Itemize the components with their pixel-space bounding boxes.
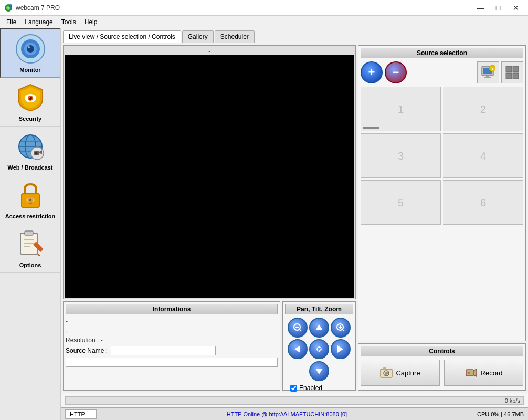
source-name-input[interactable]: [111, 346, 216, 355]
ptz-zoom-in-button[interactable]: [331, 318, 351, 338]
ptz-down-button[interactable]: [309, 361, 329, 381]
info-bottom-input[interactable]: [66, 358, 278, 367]
source-toolbar: + − ★: [361, 61, 523, 83]
ptz-up-button[interactable]: [309, 318, 329, 338]
info-resolution: Resolution : -: [66, 337, 278, 344]
menu-help[interactable]: Help: [80, 17, 102, 27]
menu-bar: File Language Tools Help: [0, 16, 528, 28]
sidebar: Monitor Security: [0, 28, 61, 420]
source-cell-3[interactable]: 3: [361, 133, 441, 178]
content-area: Live view / Source selection / Controls …: [61, 28, 528, 420]
menu-language[interactable]: Language: [20, 17, 57, 27]
video-title: -: [65, 47, 354, 55]
svg-point-4: [10, 5, 12, 6]
maximize-button[interactable]: □: [490, 3, 506, 13]
ptz-panel: Pan, Tilt, Zoom: [282, 301, 356, 391]
sidebar-item-webcast[interactable]: Web / Broadcast: [0, 127, 60, 175]
svg-point-65: [385, 372, 388, 375]
status-bar: HTTP HTTP Online @ http://ALMAFTUCHIN:80…: [61, 407, 528, 420]
info-panel-title: Informations: [66, 304, 278, 314]
svg-rect-55: [484, 77, 491, 78]
tab-liveview[interactable]: Live view / Source selection / Controls: [63, 30, 181, 43]
window-controls: — □ ✕: [472, 3, 524, 13]
source-name-label: Source Name :: [66, 347, 108, 354]
source-cell-1[interactable]: 1: [361, 87, 441, 131]
svg-rect-29: [25, 231, 33, 235]
info-panel: Informations - - Resolution : - Source N…: [63, 301, 280, 391]
left-panel: - Informations - - Resolution : -: [63, 45, 356, 391]
security-icon: [15, 82, 46, 113]
ptz-enabled-label: Enabled: [299, 384, 322, 392]
minimize-button[interactable]: —: [472, 3, 488, 13]
svg-point-9: [28, 46, 30, 48]
svg-rect-59: [513, 66, 519, 72]
ptz-title: Pan, Tilt, Zoom: [285, 304, 353, 314]
sidebar-item-security[interactable]: Security: [0, 78, 60, 127]
video-display[interactable]: [65, 55, 354, 298]
info-line2: -: [66, 327, 278, 334]
source-cell-1-label: 1: [398, 103, 404, 115]
source-cell-2[interactable]: 2: [443, 87, 523, 131]
source-cell-4[interactable]: 4: [443, 133, 523, 178]
status-cpu: CPU 0% | 46.7MB: [477, 411, 524, 417]
source-cell-6-label: 6: [480, 196, 486, 208]
ptz-zoom-out-button[interactable]: [288, 318, 308, 338]
tab-gallery[interactable]: Gallery: [182, 30, 214, 43]
tab-bar: Live view / Source selection / Controls …: [61, 28, 528, 43]
sidebar-item-access[interactable]: Access restriction: [0, 175, 60, 224]
svg-rect-61: [513, 73, 519, 79]
source-grid-button[interactable]: [501, 61, 523, 83]
right-panel: Source selection + −: [358, 45, 526, 391]
ptz-right-button[interactable]: [331, 339, 351, 359]
menu-file[interactable]: File: [2, 17, 20, 27]
svg-line-37: [299, 329, 301, 331]
sidebar-label-security: Security: [19, 116, 41, 122]
resolution-label: Resolution :: [66, 337, 99, 344]
options-icon: [15, 228, 46, 260]
info-line1: -: [66, 318, 278, 325]
svg-rect-58: [506, 66, 512, 72]
svg-point-8: [27, 45, 34, 52]
status-http-label: HTTP: [65, 410, 97, 419]
svg-point-68: [468, 372, 470, 374]
ptz-enabled-row: Enabled: [285, 384, 353, 392]
info-source-name-row: Source Name :: [66, 346, 278, 355]
app-title: webcam 7 PRO: [16, 4, 472, 12]
svg-marker-67: [473, 369, 477, 376]
controls-row: Capture Record: [361, 360, 523, 386]
main-container: Monitor Security: [0, 28, 528, 420]
add-source-button[interactable]: +: [361, 61, 383, 83]
menu-tools[interactable]: Tools: [57, 17, 80, 27]
controls-title: Controls: [361, 346, 523, 356]
source-grid: 1 2 3 4: [361, 87, 523, 225]
svg-point-13: [29, 97, 30, 98]
sidebar-label-webcast: Web / Broadcast: [8, 164, 53, 171]
ptz-enabled-checkbox[interactable]: [290, 385, 297, 392]
sidebar-item-monitor[interactable]: Monitor: [0, 28, 60, 78]
title-bar: webcam 7 PRO — □ ✕: [0, 0, 528, 16]
sidebar-item-options[interactable]: Options: [0, 224, 60, 273]
source-cell-5[interactable]: 5: [361, 180, 441, 225]
close-button[interactable]: ✕: [508, 3, 524, 13]
tab-scheduler[interactable]: Scheduler: [215, 30, 255, 43]
source-cell-6[interactable]: 6: [443, 180, 523, 225]
svg-marker-50: [337, 345, 343, 353]
ptz-grid: [285, 318, 353, 359]
record-button[interactable]: Record: [444, 360, 523, 386]
source-cell-1-bar: [363, 127, 379, 129]
svg-rect-63: [383, 368, 386, 370]
ptz-left-button[interactable]: [288, 339, 308, 359]
svg-point-2: [7, 7, 9, 9]
svg-text:★: ★: [491, 67, 494, 71]
capture-button[interactable]: Capture: [361, 360, 440, 386]
app-icon: [4, 4, 13, 12]
remove-source-button[interactable]: −: [385, 61, 407, 83]
video-container: -: [63, 45, 356, 299]
status-link[interactable]: HTTP Online @ http://ALMAFTUCHIN:8080 [0…: [107, 411, 467, 417]
speed-bar-bg: 0 kb/s: [65, 396, 524, 405]
svg-rect-60: [506, 73, 512, 79]
resolution-value: -: [101, 337, 103, 344]
ptz-center-button[interactable]: [309, 339, 329, 359]
source-config-button[interactable]: ★: [477, 61, 499, 83]
webcast-icon: [15, 131, 46, 162]
